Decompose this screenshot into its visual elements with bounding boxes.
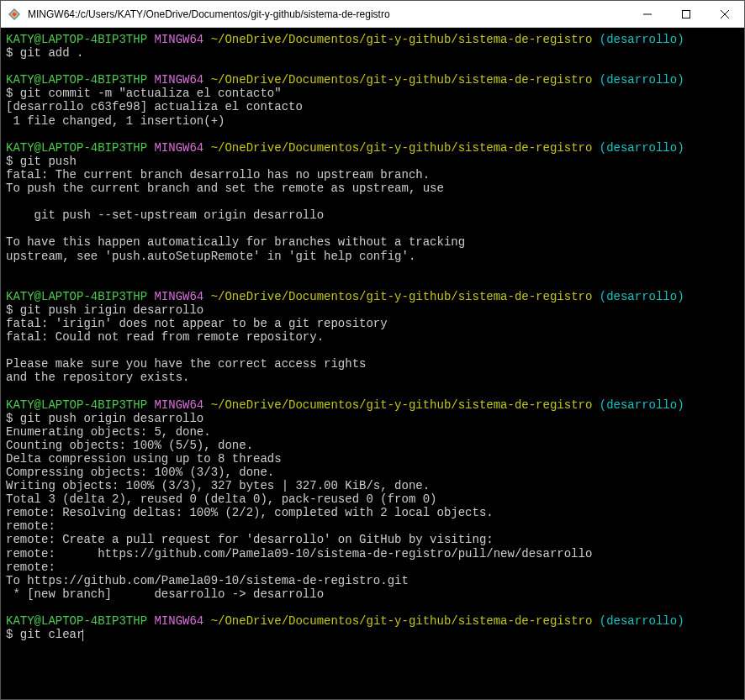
prompt-dollar: $	[6, 155, 20, 168]
cursor	[82, 629, 83, 641]
prompt-path: ~/OneDrive/Documentos/git-y-github/siste…	[211, 33, 593, 46]
app-icon	[8, 8, 21, 21]
prompt-user-host: KATY@LAPTOP-4BIP3THP	[6, 398, 147, 412]
window-title: MINGW64:/c/Users/KATY/OneDrive/Documento…	[28, 8, 628, 20]
command-text: git commit -m "actualiza el contacto"	[20, 87, 282, 100]
window-controls	[628, 1, 744, 27]
blank-line	[6, 195, 739, 208]
command-line: $ git push	[6, 155, 739, 168]
prompt-dollar: $	[6, 87, 20, 100]
blank-line	[6, 60, 739, 73]
output-line: remote: https://github.com/Pamela09-10/s…	[6, 547, 739, 561]
close-button[interactable]	[705, 1, 744, 27]
output-line: Compressing objects: 100% (3/3), done.	[6, 466, 739, 479]
output-line: To have this happen automatically for br…	[6, 235, 739, 249]
prompt-branch: (desarrollo)	[600, 73, 684, 87]
prompt-branch: (desarrollo)	[600, 398, 684, 412]
prompt-path: ~/OneDrive/Documentos/git-y-github/siste…	[211, 73, 593, 87]
prompt-line: KATY@LAPTOP-4BIP3THP MINGW64 ~/OneDrive/…	[6, 33, 739, 46]
prompt-dollar: $	[6, 628, 20, 641]
output-line: fatal: 'irigin' does not appear to be a …	[6, 317, 739, 330]
output-line: remote: Create a pull request for 'desar…	[6, 533, 739, 546]
output-line: fatal: The current branch desarrollo has…	[6, 168, 739, 182]
prompt-user-host: KATY@LAPTOP-4BIP3THP	[6, 141, 147, 155]
prompt-path: ~/OneDrive/Documentos/git-y-github/siste…	[211, 290, 593, 303]
prompt-line: KATY@LAPTOP-4BIP3THP MINGW64 ~/OneDrive/…	[6, 614, 739, 628]
command-line: $ git add .	[6, 46, 739, 60]
svg-rect-4	[683, 10, 690, 18]
prompt-line: KATY@LAPTOP-4BIP3THP MINGW64 ~/OneDrive/…	[6, 398, 739, 412]
output-line: Enumerating objects: 5, done.	[6, 425, 739, 439]
output-line: Counting objects: 100% (5/5), done.	[6, 439, 739, 452]
command-text: git clear	[20, 628, 84, 641]
prompt-branch: (desarrollo)	[600, 614, 684, 628]
output-line: git push --set-upstream origin desarroll…	[6, 208, 739, 222]
output-line: 1 file changed, 1 insertion(+)	[6, 114, 739, 128]
output-line: Please make sure you have the correct ac…	[6, 357, 739, 371]
minimize-button[interactable]	[628, 1, 667, 27]
blank-line	[6, 128, 739, 141]
command-text: git add .	[20, 46, 84, 60]
prompt-line: KATY@LAPTOP-4BIP3THP MINGW64 ~/OneDrive/…	[6, 73, 739, 87]
output-line: To https://github.com/Pamela09-10/sistem…	[6, 574, 739, 587]
prompt-user-host: KATY@LAPTOP-4BIP3THP	[6, 290, 147, 303]
blank-line	[6, 344, 739, 357]
prompt-branch: (desarrollo)	[600, 33, 684, 46]
output-line: remote:	[6, 519, 739, 533]
command-line: $ git push origin desarrollo	[6, 412, 739, 425]
prompt-dollar: $	[6, 412, 20, 425]
output-line: [desarrollo c63fe98] actualiza el contac…	[6, 100, 739, 113]
output-line: Total 3 (delta 2), reused 0 (delta 0), p…	[6, 492, 739, 506]
blank-line	[6, 601, 739, 614]
output-line: To push the current branch and set the r…	[6, 182, 739, 195]
command-line: $ git push irigin desarrollo	[6, 303, 739, 317]
prompt-user-host: KATY@LAPTOP-4BIP3THP	[6, 33, 147, 46]
blank-line	[6, 384, 739, 397]
blank-line	[6, 276, 739, 290]
blank-line	[6, 222, 739, 235]
output-line: fatal: Could not read from remote reposi…	[6, 330, 739, 344]
prompt-env: MINGW64	[154, 33, 203, 46]
maximize-button[interactable]	[667, 1, 705, 27]
prompt-dollar: $	[6, 46, 20, 60]
titlebar: MINGW64:/c/Users/KATY/OneDrive/Documento…	[1, 1, 744, 28]
prompt-path: ~/OneDrive/Documentos/git-y-github/siste…	[211, 141, 593, 155]
prompt-env: MINGW64	[154, 73, 203, 87]
command-line: $ git clear	[6, 628, 739, 641]
blank-line	[6, 263, 739, 276]
prompt-env: MINGW64	[154, 398, 203, 412]
prompt-path: ~/OneDrive/Documentos/git-y-github/siste…	[211, 398, 593, 412]
output-line: Delta compression using up to 8 threads	[6, 452, 739, 466]
prompt-user-host: KATY@LAPTOP-4BIP3THP	[6, 73, 147, 87]
prompt-line: KATY@LAPTOP-4BIP3THP MINGW64 ~/OneDrive/…	[6, 290, 739, 303]
prompt-branch: (desarrollo)	[600, 141, 684, 155]
output-line: remote:	[6, 561, 739, 574]
output-line: Writing objects: 100% (3/3), 327 bytes |…	[6, 479, 739, 492]
prompt-user-host: KATY@LAPTOP-4BIP3THP	[6, 614, 147, 628]
output-line: remote: Resolving deltas: 100% (2/2), co…	[6, 506, 739, 519]
prompt-env: MINGW64	[154, 614, 203, 628]
prompt-dollar: $	[6, 303, 20, 317]
output-line: upstream, see 'push.autoSetupRemote' in …	[6, 250, 739, 263]
prompt-env: MINGW64	[154, 290, 203, 303]
prompt-line: KATY@LAPTOP-4BIP3THP MINGW64 ~/OneDrive/…	[6, 141, 739, 155]
command-text: git push	[20, 155, 77, 168]
output-line: * [new branch] desarrollo -> desarrollo	[6, 587, 739, 601]
terminal-body[interactable]: KATY@LAPTOP-4BIP3THP MINGW64 ~/OneDrive/…	[1, 28, 744, 699]
command-text: git push origin desarrollo	[20, 412, 203, 425]
command-line: $ git commit -m "actualiza el contacto"	[6, 87, 739, 100]
prompt-path: ~/OneDrive/Documentos/git-y-github/siste…	[211, 614, 593, 628]
command-text: git push irigin desarrollo	[20, 303, 203, 317]
prompt-env: MINGW64	[154, 141, 203, 155]
output-line: and the repository exists.	[6, 371, 739, 384]
terminal-window: MINGW64:/c/Users/KATY/OneDrive/Documento…	[0, 0, 745, 700]
prompt-branch: (desarrollo)	[600, 290, 684, 303]
